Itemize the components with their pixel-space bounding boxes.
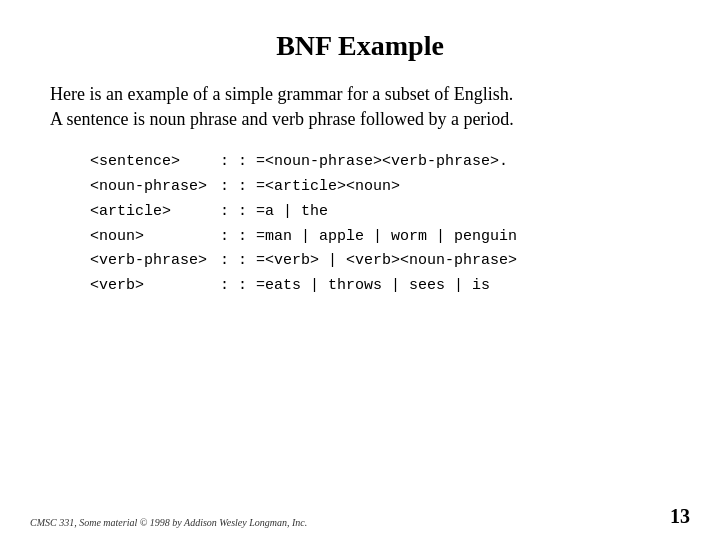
grammar-lhs-2: <article> — [90, 200, 220, 225]
grammar-lhs-1: <noun-phrase> — [90, 175, 220, 200]
grammar-row: <article> : : = a | the — [90, 200, 670, 225]
grammar-row: <sentence> : : = <noun-phrase><verb-phra… — [90, 150, 670, 175]
slide-container: BNF Example Here is an example of a simp… — [0, 0, 720, 540]
grammar-rhs-1: <article><noun> — [265, 175, 400, 200]
grammar-row: <noun-phrase> : : = <article><noun> — [90, 175, 670, 200]
grammar-rhs-0: <noun-phrase><verb-phrase>. — [265, 150, 508, 175]
grammar-table: <sentence> : : = <noun-phrase><verb-phra… — [90, 150, 670, 299]
grammar-sep-3: : : = — [220, 225, 265, 250]
footer-page-number: 13 — [670, 505, 690, 528]
intro-text: Here is an example of a simple grammar f… — [50, 82, 670, 132]
grammar-rhs-5: eats | throws | sees | is — [265, 274, 490, 299]
grammar-sep-4: : : = — [220, 249, 265, 274]
grammar-lhs-4: <verb-phrase> — [90, 249, 220, 274]
grammar-rhs-4: <verb> | <verb><noun-phrase> — [265, 249, 517, 274]
grammar-sep-2: : : = — [220, 200, 265, 225]
grammar-row: <verb> : : = eats | throws | sees | is — [90, 274, 670, 299]
footer-credit: CMSC 331, Some material © 1998 by Addiso… — [30, 517, 307, 528]
grammar-sep-5: : : = — [220, 274, 265, 299]
grammar-row: <verb-phrase> : : = <verb> | <verb><noun… — [90, 249, 670, 274]
grammar-sep-0: : : = — [220, 150, 265, 175]
grammar-sep-1: : : = — [220, 175, 265, 200]
grammar-lhs-5: <verb> — [90, 274, 220, 299]
grammar-rhs-3: man | apple | worm | penguin — [265, 225, 517, 250]
footer: CMSC 331, Some material © 1998 by Addiso… — [30, 505, 690, 528]
grammar-lhs-0: <sentence> — [90, 150, 220, 175]
intro-line-1: Here is an example of a simple grammar f… — [50, 84, 513, 104]
grammar-lhs-3: <noun> — [90, 225, 220, 250]
grammar-rhs-2: a | the — [265, 200, 328, 225]
slide-title: BNF Example — [50, 30, 670, 62]
intro-line-2: A sentence is noun phrase and verb phras… — [50, 109, 514, 129]
grammar-row: <noun> : : = man | apple | worm | pengui… — [90, 225, 670, 250]
